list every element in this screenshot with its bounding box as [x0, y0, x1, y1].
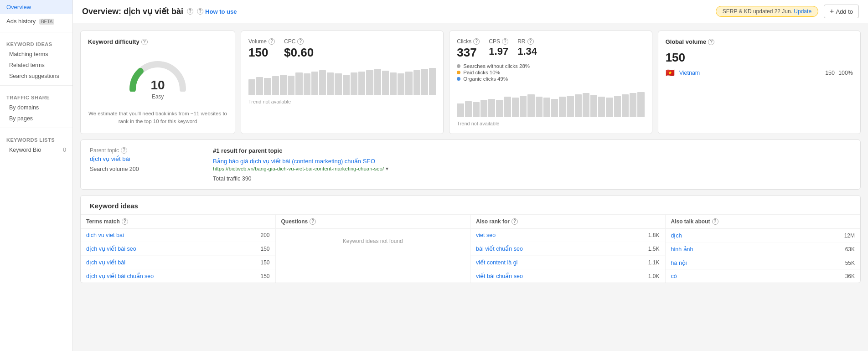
sidebar-item-by-pages[interactable]: By pages: [0, 113, 72, 124]
ki-terms-info-icon[interactable]: ?: [122, 218, 128, 225]
sidebar-item-keyword-bio[interactable]: Keyword Bio 0: [0, 145, 72, 155]
cpc-label: CPC ?: [284, 38, 314, 45]
ki-also-talk-link[interactable]: có: [671, 273, 677, 279]
parent-topic-info-icon[interactable]: ?: [121, 147, 127, 154]
kd-value: 10: [150, 79, 165, 92]
title-info-icon[interactable]: ?: [187, 8, 193, 15]
cps-info-icon[interactable]: ?: [502, 38, 508, 45]
bullet-paid-clicks: Paid clicks 10%: [457, 70, 644, 75]
trend-bar: [264, 78, 271, 95]
kd-rating: Easy: [152, 93, 164, 100]
ki-also-rank-val: 1.0K: [648, 273, 660, 279]
sidebar-divider-3: [0, 128, 72, 128]
by-pages-label: By pages: [9, 115, 33, 122]
global-volume-info-icon[interactable]: ?: [708, 39, 714, 45]
trend-bar: [575, 94, 582, 117]
ki-also-talk-link[interactable]: dịch: [671, 232, 682, 239]
trend-bar: [559, 97, 566, 117]
ki-questions-info-icon[interactable]: ?: [310, 218, 316, 225]
ki-terms-val: 150: [260, 246, 269, 252]
bullet-organic-clicks-text: Organic clicks 49%: [463, 76, 508, 82]
gauge-container: 10 Easy: [88, 55, 227, 92]
ki-terms-link[interactable]: dịch vụ viết bài: [86, 259, 125, 266]
clicks-trend-unavailable: Trend not available: [457, 121, 644, 126]
kd-info-icon[interactable]: ?: [141, 39, 148, 45]
sidebar-item-related-terms[interactable]: Related terms: [0, 60, 72, 71]
ki-terms-link[interactable]: dịch vụ viết bài chuẩn seo: [86, 273, 154, 279]
ki-terms-link[interactable]: dich vu viet bai: [86, 232, 124, 238]
parent-topic-link[interactable]: dịch vụ viết bài: [90, 155, 130, 162]
vietnam-flag: 🇻🇳: [666, 68, 675, 77]
topbar-right: SERP & KD updated 22 Jun. Update + Add t…: [716, 5, 859, 18]
list-item: có36K: [666, 270, 861, 283]
trend-bar: [622, 94, 629, 117]
add-to-button[interactable]: + Add to: [824, 5, 859, 18]
ki-also-talk-link[interactable]: hà nội: [671, 259, 687, 266]
ki-rows: dich vu viet bai200dịch vụ viết bài seo1…: [81, 229, 860, 283]
sidebar-item-search-suggestions[interactable]: Search suggestions: [0, 71, 72, 82]
ki-terms-link[interactable]: dịch vụ viết bài seo: [86, 245, 136, 252]
clicks-info-icon[interactable]: ?: [473, 38, 480, 45]
ki-also-rank-link[interactable]: viet seo: [476, 232, 496, 238]
trend-bar: [311, 72, 318, 95]
update-text: SERP & KD updated 22 Jun.: [723, 8, 792, 15]
trend-bar: [351, 72, 357, 95]
sidebar-item-matching-terms[interactable]: Matching terms: [0, 49, 72, 60]
ki-also-talk-info-icon[interactable]: ?: [712, 218, 718, 225]
global-volume-header: Global volume ?: [666, 38, 853, 45]
sidebar-item-overview[interactable]: Overview: [0, 0, 72, 14]
rr-info-icon[interactable]: ?: [527, 38, 534, 45]
trend-bar: [512, 98, 519, 117]
volume-cpc-card: Volume ? 150 CPC ? $0.60 Trend not a: [241, 31, 444, 134]
rr-metric: RR ? 1.34: [517, 38, 537, 60]
volume-info-icon[interactable]: ?: [269, 38, 275, 45]
trend-bar: [374, 69, 381, 95]
volume-trend-unavailable: Trend not available: [248, 99, 436, 104]
bullet-organic-clicks: Organic clicks 49%: [457, 76, 644, 82]
result-title-link[interactable]: Bảng báo giá dịch vụ viết bài (content m…: [213, 158, 851, 165]
ki-also-talk-link[interactable]: hinh ảnh: [671, 246, 693, 253]
trend-bar: [327, 72, 334, 95]
clicks-trend-chart: [457, 85, 644, 117]
bullet-no-clicks: Searches without clicks 28%: [457, 63, 644, 69]
keyword-ideas-section: Keyword ideas Terms match ? Questions ? …: [80, 195, 861, 283]
ki-terms-val: 200: [260, 232, 269, 238]
ki-col-also-rank-header: Also rank for ?: [470, 215, 666, 228]
trend-bar: [358, 72, 365, 95]
trend-bar: [319, 70, 326, 95]
parent-topic-left: Parent topic ? dịch vụ viết bài Search v…: [90, 147, 204, 182]
sidebar-item-by-domains[interactable]: By domains: [0, 102, 72, 113]
trend-bar: [390, 72, 397, 95]
trend-bar: [248, 79, 255, 95]
trend-bar: [527, 94, 534, 117]
sidebar-item-ads-history[interactable]: Ads history BETA: [0, 14, 72, 28]
list-item: viết bài chuẩn seo1.0K: [470, 269, 665, 283]
keyword-difficulty-card: Keyword difficulty ? 10 Easy: [80, 31, 235, 134]
update-link[interactable]: Update: [794, 8, 811, 15]
trend-bar: [465, 101, 472, 117]
ki-also-talk-val: 12M: [844, 232, 855, 239]
rr-label: RR ?: [517, 38, 537, 45]
ki-also-rank-link[interactable]: bài viết chuẩn seo: [476, 245, 523, 252]
clicks-card: Clicks ? 337 CPS ? 1.97: [449, 31, 652, 134]
ki-col-terms-match-header: Terms match ?: [81, 215, 276, 228]
trend-bar: [413, 70, 420, 95]
result-url-dropdown[interactable]: ▾: [386, 165, 388, 172]
list-item: dich vu viet bai200: [81, 229, 275, 242]
trend-bar: [637, 92, 644, 117]
volume-label: Volume ?: [248, 38, 275, 45]
how-to-use-link[interactable]: ? How to use: [197, 8, 237, 15]
search-suggestions-label: Search suggestions: [9, 73, 59, 79]
how-to-use-icon: ?: [197, 8, 203, 15]
cpc-info-icon[interactable]: ?: [297, 38, 304, 45]
ki-also-rank-link[interactable]: viết content là gi: [476, 259, 517, 266]
ki-columns-header: Terms match ? Questions ? Also rank for …: [81, 215, 860, 229]
ki-also-rank-link[interactable]: viết bài chuẩn seo: [476, 273, 523, 279]
ki-also-talk-col: dịch12Mhinh ảnh63Khà nội55Kcó36K: [666, 229, 861, 283]
trend-bar: [256, 77, 263, 95]
list-item: hà nội55K: [666, 256, 861, 270]
cps-metric: CPS ? 1.97: [489, 38, 508, 60]
ki-also-rank-info-icon[interactable]: ?: [512, 218, 518, 225]
parent-search-volume: Search volume 200: [90, 166, 204, 172]
global-volume-label: Global volume: [666, 38, 707, 45]
